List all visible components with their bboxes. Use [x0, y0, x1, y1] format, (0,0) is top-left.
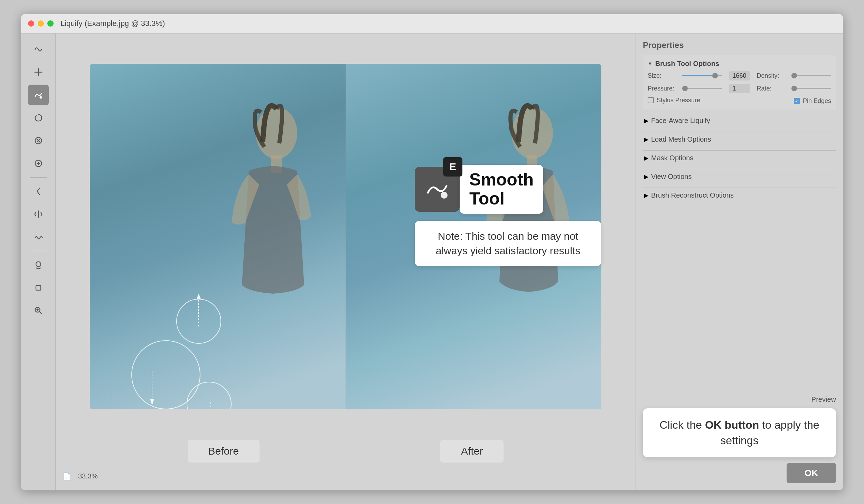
ok-area: Click the OK button to apply the setting…: [643, 408, 836, 483]
view-options-triangle: ▶: [644, 173, 648, 180]
toolbar-divider: [30, 177, 47, 178]
twirl-tool-button[interactable]: [28, 107, 49, 128]
zoom-tool-button[interactable]: [28, 300, 49, 321]
brush-tool-options: ▼ Brush Tool Options Size: 1660 Density:: [643, 55, 836, 110]
svg-marker-15: [150, 399, 154, 405]
after-label: After: [440, 440, 504, 463]
arrow-up: [188, 292, 209, 333]
smooth-tool-note: Note: This tool can be may not always yi…: [415, 221, 601, 266]
zoom-level: 33.3%: [78, 472, 98, 480]
window-title: Liquify (Example.jpg @ 33.3%): [60, 19, 165, 28]
rate-label: Rate:: [757, 85, 785, 92]
face-aware-label: Face-Aware Liquify: [651, 117, 710, 125]
minimize-button[interactable]: [38, 20, 44, 27]
view-options-label: View Options: [651, 173, 692, 181]
properties-title: Properties: [643, 40, 836, 50]
brush-tool-options-header: ▼ Brush Tool Options: [648, 60, 831, 68]
before-image-panel: [90, 64, 346, 409]
size-slider[interactable]: [682, 75, 722, 76]
pin-edges-label: Pin Edges: [803, 97, 831, 105]
smooth-tool-name: Smooth Tool: [469, 170, 534, 208]
stylus-pressure-label: Stylus Pressure: [657, 97, 700, 104]
pressure-slider[interactable]: [682, 88, 722, 89]
face-aware-section[interactable]: ▶ Face-Aware Liquify: [643, 113, 836, 128]
bloat-tool-button[interactable]: [28, 153, 49, 174]
load-mesh-label: Load Mesh Options: [651, 135, 711, 143]
before-label: Before: [188, 440, 260, 463]
arrow-down-2: [200, 399, 221, 409]
svg-marker-13: [197, 294, 201, 299]
warp-tool-button[interactable]: [28, 39, 49, 60]
preview-label: Preview: [811, 396, 836, 403]
mask-options-section[interactable]: ▶ Mask Options: [643, 150, 836, 165]
smooth-tool-icon: [425, 177, 449, 201]
pucker-tool-button[interactable]: [28, 130, 49, 151]
image-labels-row: Before After: [63, 440, 629, 463]
size-value: 1660: [729, 71, 750, 80]
close-button[interactable]: [28, 20, 34, 27]
key-badge: E: [443, 157, 462, 177]
stylus-pressure-checkbox[interactable]: [648, 97, 654, 103]
app-window: Liquify (Example.jpg @ 33.3%): [21, 14, 843, 491]
svg-rect-5: [36, 285, 41, 290]
load-mesh-triangle: ▶: [644, 136, 648, 143]
svg-point-0: [39, 96, 42, 98]
ok-tooltip-bold: OK button: [705, 419, 759, 431]
main-area: Before After 📄 33.3% Properties ▼ Brush …: [21, 34, 843, 490]
pressure-label: Pressure:: [648, 85, 675, 92]
density-slider[interactable]: [791, 75, 832, 76]
smooth-tool-button[interactable]: [28, 85, 49, 105]
face-aware-triangle: ▶: [644, 117, 648, 124]
page-indicator: 📄: [63, 472, 71, 481]
window-controls: [28, 20, 54, 27]
arrow-down: [142, 368, 162, 409]
toolbar-divider-2: [30, 251, 47, 251]
smooth-tool-tooltip: E Smooth Tool: [415, 165, 601, 266]
pressure-value: 1: [729, 84, 750, 93]
ok-tooltip-plain: Click the: [659, 419, 705, 431]
brush-reconstruct-section[interactable]: ▶ Brush Reconstruct Options: [643, 188, 836, 203]
note-text: Note: This tool can be may not always yi…: [426, 229, 590, 258]
toolbar: [21, 34, 56, 490]
mirror-tool-button[interactable]: [28, 204, 49, 225]
person-before: [207, 78, 339, 409]
smooth-tool-name-bubble: Smooth Tool: [460, 165, 543, 214]
ok-button[interactable]: OK: [787, 463, 836, 483]
collapse-triangle[interactable]: ▼: [648, 61, 652, 66]
view-options-section[interactable]: ▶ View Options: [643, 169, 836, 184]
mask-options-label: Mask Options: [651, 154, 693, 162]
pin-edges-checkbox[interactable]: ✓: [794, 98, 800, 104]
reconstruct-tool-button[interactable]: [28, 62, 49, 83]
size-label: Size:: [648, 72, 675, 79]
brush-reconstruct-triangle: ▶: [644, 192, 648, 199]
turbulence-tool-button[interactable]: [28, 227, 49, 247]
load-mesh-section[interactable]: ▶ Load Mesh Options: [643, 132, 836, 147]
preview-row: Preview: [643, 396, 836, 403]
svg-line-7: [39, 311, 41, 313]
brush-tool-options-label: Brush Tool Options: [655, 60, 719, 68]
freeze-tool-button[interactable]: [28, 277, 49, 298]
ok-tooltip-text: Click the OK button to apply the setting…: [654, 417, 825, 448]
pin-edges-row: ✓ Pin Edges: [794, 97, 831, 105]
title-bar: Liquify (Example.jpg @ 33.3%): [21, 14, 843, 34]
density-label: Density:: [757, 72, 785, 79]
face-tool-button[interactable]: [28, 255, 49, 275]
brush-reconstruct-label: Brush Reconstruct Options: [651, 191, 734, 199]
rate-slider[interactable]: [791, 88, 832, 89]
mask-options-triangle: ▶: [644, 155, 648, 161]
right-panel: Properties ▼ Brush Tool Options Size: 16…: [636, 34, 843, 490]
svg-point-20: [441, 192, 448, 199]
svg-point-4: [36, 261, 41, 266]
ok-tooltip-bubble: Click the OK button to apply the setting…: [643, 408, 836, 457]
status-bar: 📄 33.3%: [63, 469, 629, 483]
push-left-tool-button[interactable]: [28, 181, 49, 202]
maximize-button[interactable]: [47, 20, 54, 27]
